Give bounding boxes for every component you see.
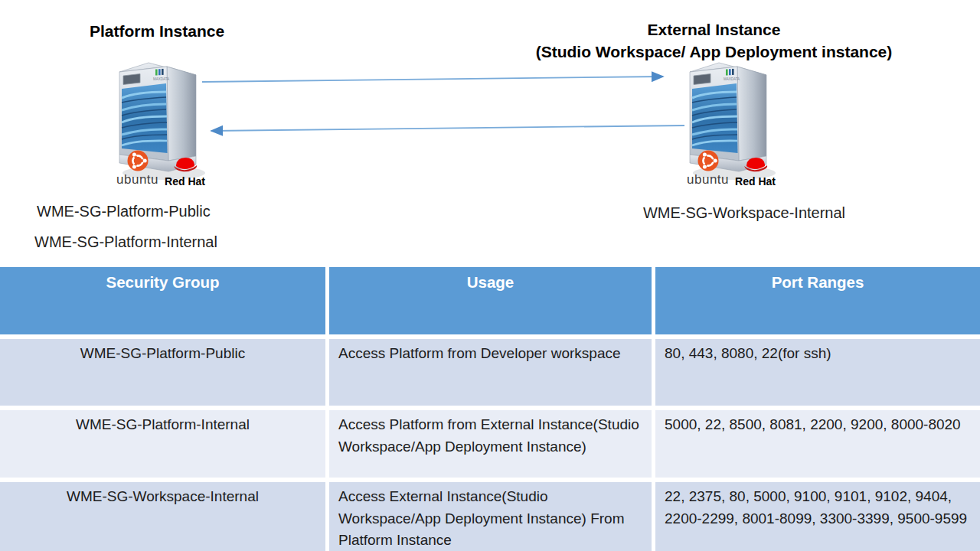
redhat-logo-block: Red Hat: [165, 153, 205, 187]
table-cell-r1-c0: WME-SG-Platform-Internal: [0, 410, 325, 478]
ubuntu-label: ubuntu: [687, 172, 729, 187]
redhat-label: Red Hat: [735, 175, 776, 187]
redhat-logo-icon: [172, 153, 198, 173]
table-header-0: Security Group: [0, 267, 325, 334]
table-cell-r0-c1: Access Platform from Developer workspace: [329, 339, 652, 406]
label-platform-public: WME-SG-Platform-Public: [37, 203, 211, 220]
table-cell-r2-c2: 22, 2375, 80, 5000, 9100, 9101, 9102, 94…: [655, 482, 980, 551]
table-cell-r2-c1: Access External Instance(Studio Workspac…: [329, 482, 652, 551]
ubuntu-logo-icon: [127, 150, 149, 171]
table-header-2: Port Ranges: [655, 267, 980, 334]
ubuntu-logo-block: ubuntu: [687, 150, 729, 187]
arrow-right-icon: [202, 77, 663, 82]
label-workspace-internal: WME-SG-Workspace-Internal: [591, 204, 897, 222]
architecture-diagram: Platform Instance External Instance (Stu…: [0, 0, 980, 267]
table-header-1: Usage: [329, 267, 652, 334]
slide: Platform Instance External Instance (Stu…: [0, 0, 980, 551]
security-group-table: Security GroupUsagePort RangesWME-SG-Pla…: [0, 267, 980, 551]
table-cell-r1-c2: 5000, 22, 8500, 8081, 2200, 9200, 8000-8…: [655, 410, 980, 478]
platform-server-unit: MAXDATA: [113, 57, 208, 194]
redhat-logo-icon: [743, 153, 769, 173]
ubuntu-logo-block: ubuntu: [116, 150, 158, 187]
table-cell-r1-c1: Access Platform from External Instance(S…: [329, 410, 652, 478]
redhat-label: Red Hat: [165, 175, 205, 187]
ubuntu-logo-icon: [697, 150, 719, 171]
external-server-unit: ubuntu Red Hat: [684, 57, 779, 194]
platform-os-logos: ubuntu Red Hat: [109, 150, 213, 187]
label-platform-internal: WME-SG-Platform-Internal: [34, 233, 217, 251]
redhat-logo-block: Red Hat: [735, 153, 776, 187]
ubuntu-label: ubuntu: [116, 172, 158, 187]
arrow-left-icon: [211, 126, 684, 131]
table-cell-r0-c0: WME-SG-Platform-Public: [0, 339, 325, 406]
table-cell-r0-c2: 80, 443, 8080, 22(for ssh): [655, 339, 980, 406]
external-os-logos: ubuntu Red Hat: [679, 150, 783, 187]
table-cell-r2-c0: WME-SG-Workspace-Internal: [0, 482, 325, 551]
